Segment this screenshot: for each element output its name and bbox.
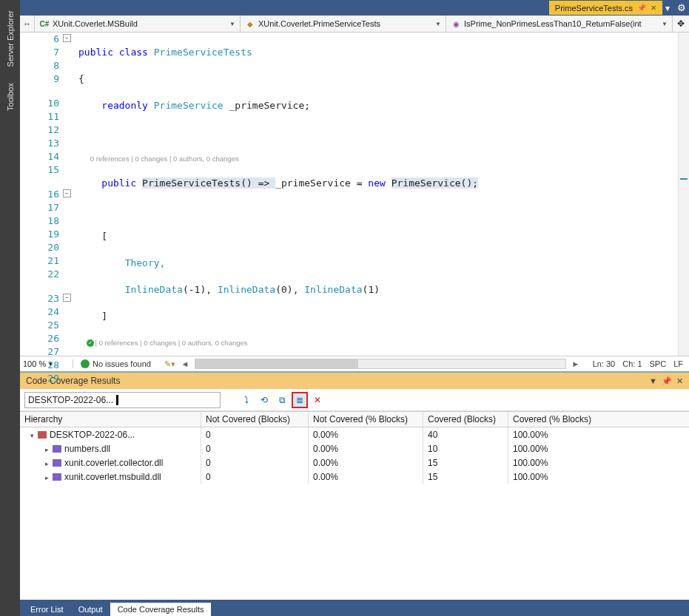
document-tab-strip: PrimeServiceTests.cs 📌 ✕ ▾ ⚙ <box>20 0 689 16</box>
coverage-cell: 0 <box>201 441 309 456</box>
fold-icon[interactable]: − <box>63 34 71 42</box>
navigation-bar: ↔ C# XUnit.Coverlet.MSBuild ▼ ◆ XUnit.Co… <box>20 16 689 33</box>
show-coverage-coloring-icon[interactable]: ≣ <box>292 392 308 408</box>
coverage-cell: 0 <box>201 470 309 484</box>
coverage-toolbar: DESKTOP-2022-06... ⤵ ⟲ ⧉ ≣ ✕ <box>20 389 689 411</box>
codelens-text[interactable]: | 0 references | 0 changes | 0 authors, … <box>95 339 248 347</box>
chevron-down-icon: ▼ <box>229 21 235 27</box>
document-tab-title: PrimeServiceTests.cs <box>555 4 633 13</box>
pin-icon[interactable]: 📌 <box>637 4 646 12</box>
expand-icon[interactable]: ▾ <box>30 432 38 439</box>
coverage-cell: 100.00% <box>508 470 689 484</box>
coverage-row-name: xunit.coverlet.msbuild.dll <box>64 472 161 482</box>
coverage-row[interactable]: ▸xunit.coverlet.collector.dll00.00%15100… <box>20 456 689 470</box>
coverage-row[interactable]: ▾DESKTOP-2022-06...00.00%40100.00% <box>20 427 689 441</box>
coverage-combo-label: DESKTOP-2022-06... <box>28 395 113 405</box>
expand-icon[interactable]: ▸ <box>45 474 53 481</box>
panel-title-bar[interactable]: Code Coverage Results ▼ 📌 ✕ <box>20 373 689 389</box>
remove-icon[interactable]: ✕ <box>309 392 326 408</box>
close-icon[interactable]: ✕ <box>676 376 683 386</box>
issues-indicator[interactable]: No issues found <box>73 359 158 368</box>
editor-status-bar: 100 %▼ No issues found ✎▾ ◄ ► Ln: 30 Ch:… <box>20 356 689 371</box>
codelens-text[interactable]: 0 references | 0 changes | 0 authors, 0 … <box>90 155 239 163</box>
test-pass-icon: ✓ <box>87 339 94 347</box>
module-icon <box>53 445 61 453</box>
brush-icon[interactable]: ✎▾ <box>164 359 175 369</box>
expand-icon[interactable]: ▸ <box>45 446 53 453</box>
document-tab[interactable]: PrimeServiceTests.cs 📌 ✕ <box>549 1 662 15</box>
nav-project-dropdown[interactable]: C# XUnit.Coverlet.MSBuild ▼ <box>35 16 241 32</box>
close-icon[interactable]: ✕ <box>651 4 656 12</box>
split-window-icon[interactable]: ✥ <box>673 16 689 32</box>
rail-tab-toolbox[interactable]: Toolbox <box>4 75 17 118</box>
coverage-row[interactable]: ▸numbers.dll00.00%10100.00% <box>20 441 689 456</box>
tab-output[interactable]: Output <box>71 603 110 616</box>
fold-icon[interactable]: − <box>63 189 71 197</box>
expand-icon[interactable]: ▸ <box>45 460 53 467</box>
coverage-cell: 0.00% <box>309 456 423 470</box>
coverage-cell: 0.00% <box>309 427 423 442</box>
col-covered-blocks[interactable]: Covered (Blocks) <box>423 412 508 427</box>
method-icon: ◉ <box>451 18 461 29</box>
csharp-project-icon: C# <box>39 18 50 29</box>
coverage-row-name: xunit.coverlet.collector.dll <box>64 458 163 468</box>
merge-results-icon[interactable]: ⧉ <box>274 392 290 408</box>
results-group-icon <box>38 431 47 439</box>
coverage-cell: 0.00% <box>309 470 423 484</box>
code-coverage-panel: Code Coverage Results ▼ 📌 ✕ DESKTOP-2022… <box>20 371 689 600</box>
window-position-icon[interactable]: ▼ <box>649 376 657 385</box>
tab-code-coverage-results[interactable]: Code Coverage Results <box>110 603 212 616</box>
col-hierarchy[interactable]: Hierarchy <box>20 412 201 427</box>
col-covered-pct[interactable]: Covered (% Blocks) <box>508 412 689 427</box>
coverage-row[interactable]: ▸xunit.coverlet.msbuild.dll00.00%15100.0… <box>20 470 689 484</box>
scroll-right-icon[interactable]: ► <box>571 359 581 368</box>
gear-icon[interactable]: ⚙ <box>677 2 686 13</box>
pin-icon[interactable]: 📌 <box>662 376 672 386</box>
check-circle-icon <box>81 359 90 368</box>
coverage-cell: 10 <box>423 441 508 456</box>
caret-icon <box>116 395 118 405</box>
scroll-left-icon[interactable]: ◄ <box>180 359 190 368</box>
coverage-cell: 15 <box>423 456 508 470</box>
coverage-cell: 0 <box>201 456 309 470</box>
coverage-cell: 0.00% <box>309 441 423 456</box>
nav-type-label: XUnit.Coverlet.PrimeServiceTests <box>258 19 380 28</box>
export-results-icon[interactable]: ⟲ <box>256 392 272 408</box>
nav-member-dropdown[interactable]: ◉ IsPrime_NonPrimesLessThan10_ReturnFals… <box>446 16 673 32</box>
coverage-results-dropdown[interactable]: DESKTOP-2022-06... <box>24 392 221 408</box>
coverage-row-name: numbers.dll <box>64 444 110 454</box>
coverage-row-name: DESKTOP-2022-06... <box>50 430 135 440</box>
status-eol[interactable]: LF <box>673 359 683 368</box>
col-not-covered-blocks[interactable]: Not Covered (Blocks) <box>201 412 309 427</box>
coverage-cell: 100.00% <box>508 427 689 442</box>
status-line[interactable]: Ln: 30 <box>593 359 616 368</box>
import-results-icon[interactable]: ⤵ <box>238 392 255 408</box>
code-editor[interactable]: 6− 7 8 9 10 11 12 13 14 15 16− 17 18 19 … <box>20 33 689 356</box>
nav-type-dropdown[interactable]: ◆ XUnit.Coverlet.PrimeServiceTests ▼ <box>241 16 446 32</box>
module-icon <box>53 459 61 467</box>
status-spaces[interactable]: SPC <box>650 359 667 368</box>
coverage-cell: 100.00% <box>508 456 689 470</box>
overview-ruler[interactable] <box>678 33 689 356</box>
side-rail: Server Explorer Toolbox <box>0 0 20 616</box>
status-char[interactable]: Ch: 1 <box>622 359 642 368</box>
code-content[interactable]: public class PrimeServiceTests { readonl… <box>75 33 689 356</box>
class-icon: ◆ <box>245 18 255 29</box>
coverage-cell: 100.00% <box>508 441 689 456</box>
coverage-cell: 0 <box>201 427 309 442</box>
nav-history-icon[interactable]: ↔ <box>20 16 35 32</box>
module-icon <box>53 473 61 481</box>
chevron-down-icon: ▼ <box>662 21 668 27</box>
col-not-covered-pct[interactable]: Not Covered (% Blocks) <box>309 412 423 427</box>
nav-member-label: IsPrime_NonPrimesLessThan10_ReturnFalse(… <box>464 19 642 28</box>
nav-project-label: XUnit.Coverlet.MSBuild <box>53 19 138 28</box>
coverage-cell: 15 <box>423 470 508 484</box>
chevron-down-icon: ▼ <box>435 21 441 27</box>
fold-icon[interactable]: − <box>63 294 71 302</box>
coverage-tree[interactable]: ▾DESKTOP-2022-06...00.00%40100.00%▸numbe… <box>20 427 689 600</box>
rail-tab-server-explorer[interactable]: Server Explorer <box>4 3 17 74</box>
coverage-header-row: Hierarchy Not Covered (Blocks) Not Cover… <box>20 411 689 427</box>
horizontal-scrollbar[interactable] <box>195 359 566 369</box>
tab-error-list[interactable]: Error List <box>23 603 71 616</box>
tab-overflow-icon[interactable]: ▾ <box>665 3 670 13</box>
